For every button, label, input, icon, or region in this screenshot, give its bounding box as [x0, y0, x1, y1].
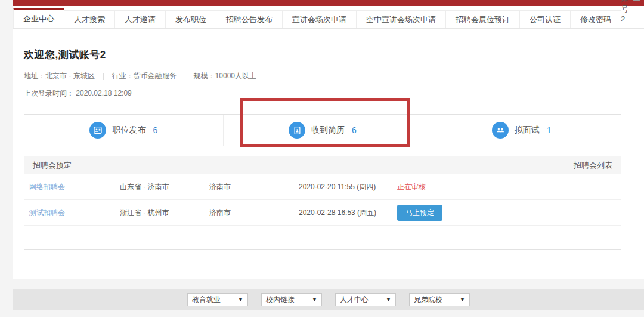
- divider: [185, 73, 185, 80]
- select-value: 兄弟院校: [414, 295, 442, 305]
- last-login-label: 上次登录时间：: [24, 89, 74, 97]
- time-cell: 2020-02-28 16:53 (周五): [299, 208, 397, 218]
- table-row: 测试招聘会 浙江省 - 杭州市 济南市 2020-02-28 16:53 (周五…: [24, 200, 621, 226]
- industry-value: 货币金融服务: [134, 71, 177, 81]
- status-badge: 正在审核: [397, 182, 426, 192]
- stat-card-job-posts[interactable]: 职位发布 6: [24, 115, 223, 146]
- chevron-down-icon: ▼: [238, 297, 243, 303]
- select-value: 教育就业: [192, 295, 221, 305]
- region-cell: 浙江省 - 杭州市: [120, 208, 209, 218]
- tab-infosession-apply[interactable]: 宣讲会场次申请: [282, 10, 356, 28]
- main-content: 欢迎您,测试账号2 地址： 北京市 - 东城区 行业： 货币金融服务 规模： 1…: [13, 29, 644, 279]
- stat-label: 收到简历: [311, 125, 345, 136]
- resume-icon: [289, 122, 305, 139]
- city-cell: 济南市: [209, 208, 299, 218]
- last-login-value: 2020.02.18 12:09: [76, 89, 131, 97]
- stat-count: 1: [547, 125, 552, 135]
- tab-online-infosession-apply[interactable]: 空中宣讲会场次申请: [356, 10, 445, 28]
- select-value: 人才中心: [340, 295, 369, 305]
- account-menu[interactable]: 测试账号2: [621, 0, 644, 28]
- tab-talent-search[interactable]: 人才搜索: [64, 10, 114, 28]
- time-cell: 2020-02-20 11:55 (周四): [299, 182, 397, 192]
- jobfair-booking-panel: 招聘会预定 招聘会列表 网络招聘会 山东省 - 济南市 济南市 2020-02-…: [24, 156, 621, 250]
- welcome-title: 欢迎您,测试账号2: [24, 29, 621, 61]
- panel-title: 招聘会预定: [33, 160, 72, 171]
- select-value: 校内链接: [266, 295, 295, 305]
- jobfair-list-link[interactable]: 招聘会列表: [574, 160, 612, 171]
- stat-label: 职位发布: [112, 125, 145, 136]
- footer-select-education-employment[interactable]: 教育就业 ▼: [187, 293, 248, 306]
- last-login-line: 上次登录时间： 2020.02.18 12:09: [24, 88, 621, 99]
- id-badge-icon: [89, 122, 106, 139]
- footer-links-band: 教育就业 ▼ 校内链接 ▼ 人才中心 ▼ 兄弟院校 ▼: [13, 289, 644, 310]
- stats-bar: 职位发布 6 收到简历 6: [24, 114, 621, 146]
- stat-card-interviews[interactable]: 拟面试 1: [422, 115, 621, 146]
- page-container: 企业中心 人才搜索 人才邀请 发布职位 招聘公告发布 宣讲会场次申请 空中宣讲会…: [13, 0, 644, 317]
- account-name: 测试账号2: [621, 0, 628, 23]
- top-red-bar: [13, 0, 644, 6]
- divider: [103, 73, 104, 80]
- jobfair-name-link[interactable]: 测试招聘会: [29, 208, 120, 218]
- region-cell: 山东省 - 济南市: [120, 182, 209, 192]
- tab-recruit-announcement[interactable]: 招聘公告发布: [216, 10, 282, 28]
- industry-label: 行业：: [112, 71, 134, 81]
- scale-value: 10000人以上: [215, 71, 256, 81]
- main-nav: 企业中心 人才搜索 人才邀请 发布职位 招聘公告发布 宣讲会场次申请 空中宣讲会…: [13, 6, 644, 29]
- tab-talent-invite[interactable]: 人才邀请: [114, 10, 165, 28]
- book-now-button[interactable]: 马上预定: [397, 205, 442, 221]
- table-row: 网络招聘会 山东省 - 济南市 济南市 2020-02-20 11:55 (周四…: [24, 174, 621, 200]
- city-cell: 济南市: [209, 182, 299, 192]
- chevron-down-icon: ▼: [386, 297, 391, 303]
- user-icon: [632, 0, 641, 2]
- panel-empty-space: [24, 226, 621, 249]
- jobfair-name-link[interactable]: 网络招聘会: [29, 182, 120, 192]
- scale-label: 规模：: [194, 71, 215, 81]
- footer-select-campus-links[interactable]: 校内链接 ▼: [261, 293, 322, 306]
- address-value: 北京市 - 东城区: [45, 71, 95, 81]
- panel-header: 招聘会预定 招聘会列表: [24, 156, 621, 174]
- stat-count: 6: [153, 125, 157, 135]
- footer-select-talent-center[interactable]: 人才中心 ▼: [335, 293, 396, 306]
- chevron-down-icon: ▼: [460, 297, 465, 303]
- tab-jobfair-booth-booking[interactable]: 招聘会展位预订: [445, 10, 519, 28]
- tab-company-certification[interactable]: 公司认证: [519, 10, 570, 28]
- tab-change-password[interactable]: 修改密码: [570, 10, 621, 28]
- chevron-down-icon: ▼: [312, 297, 317, 303]
- address-label: 地址：: [24, 71, 45, 81]
- footer-select-partner-schools[interactable]: 兄弟院校 ▼: [409, 293, 470, 306]
- stat-count: 6: [352, 125, 357, 135]
- company-info-line: 地址： 北京市 - 东城区 行业： 货币金融服务 规模： 10000人以上: [24, 71, 621, 81]
- stat-card-resumes-received[interactable]: 收到简历 6: [223, 115, 422, 146]
- tab-enterprise-center[interactable]: 企业中心: [13, 8, 64, 28]
- wechat-official-account-label: 微信公众号: [13, 310, 644, 317]
- tab-post-job[interactable]: 发布职位: [165, 10, 216, 28]
- stat-label: 拟面试: [515, 125, 540, 136]
- interview-people-icon: [492, 122, 509, 139]
